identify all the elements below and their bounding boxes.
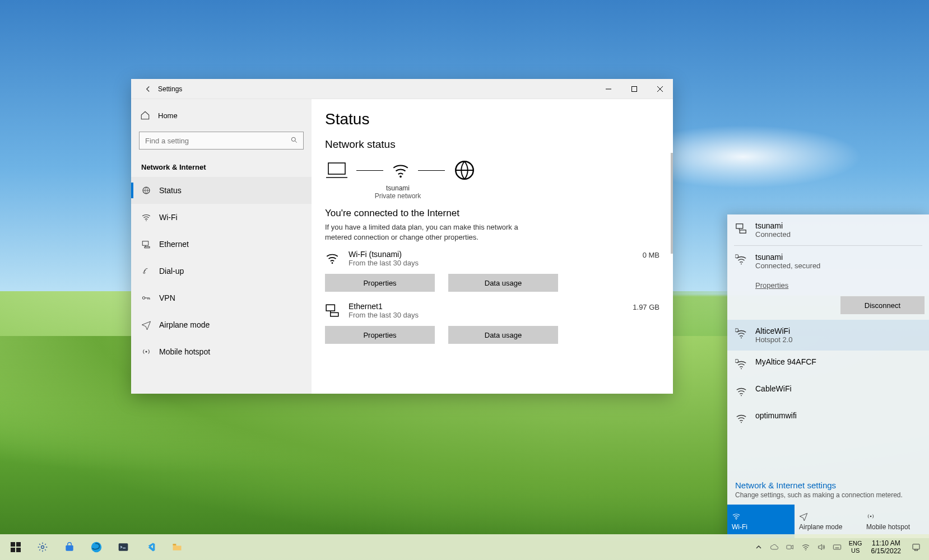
diagram-ssid: tsunami — [325, 184, 471, 192]
sidebar-item-wifi[interactable]: Wi-Fi — [131, 204, 312, 231]
notification-icon — [911, 542, 921, 552]
diagram-line — [356, 170, 383, 171]
scrollbar[interactable] — [671, 153, 673, 254]
flyout-active-wifi[interactable]: tsunami Connected, secured — [727, 246, 929, 277]
flyout-tiles: Wi-Fi Airplane mode Mobile hotspot — [727, 505, 929, 538]
connected-title: You're connected to the Internet — [325, 208, 659, 219]
tray-ime[interactable] — [830, 534, 844, 560]
page-heading: Status — [325, 110, 659, 128]
data-usage-button[interactable]: Data usage — [448, 274, 558, 292]
flyout-net-name: optimumwifi — [755, 411, 921, 420]
network-name: Ethernet1 — [349, 302, 612, 311]
properties-button[interactable]: Properties — [325, 326, 435, 344]
network-row-wifi: Wi-Fi (tsunami) From the last 30 days 0 … — [325, 250, 659, 267]
svg-rect-15 — [736, 224, 743, 228]
nav-label: Ethernet — [159, 240, 189, 249]
tray-volume[interactable] — [814, 534, 829, 560]
svg-point-23 — [741, 395, 742, 396]
taskbar: ENG US 11:10 AM 6/15/2022 — [0, 534, 929, 560]
taskbar-edge[interactable] — [83, 534, 110, 560]
taskbar-store[interactable] — [56, 534, 83, 560]
laptop-icon — [325, 161, 349, 180]
disconnect-button[interactable]: Disconnect — [840, 296, 925, 314]
tile-airplane[interactable]: Airplane mode — [795, 505, 862, 538]
nav-label: Airplane mode — [159, 320, 210, 329]
tile-label: Mobile hotspot — [866, 523, 925, 531]
svg-point-17 — [741, 263, 742, 264]
svg-rect-0 — [632, 86, 637, 91]
settings-content: Status Network status tsunami Private ne… — [312, 99, 673, 394]
diagram-labels: tsunami Private network — [325, 184, 471, 200]
tray-onedrive[interactable] — [767, 534, 782, 560]
tile-label: Airplane mode — [799, 523, 857, 531]
svg-rect-34 — [119, 543, 128, 550]
wifi-icon — [141, 212, 151, 222]
flyout-wifi-item[interactable]: AlticeWiFi Hotspot 2.0 — [727, 320, 929, 351]
properties-button[interactable]: Properties — [325, 274, 435, 292]
tray-network[interactable] — [798, 534, 813, 560]
svg-rect-29 — [11, 548, 15, 552]
wifi-icon — [391, 161, 410, 180]
airplane-icon — [799, 512, 857, 522]
sidebar-home[interactable]: Home — [131, 105, 312, 126]
network-sub: From the last 30 days — [349, 311, 612, 319]
tile-hotspot[interactable]: Mobile hotspot — [862, 505, 929, 538]
flyout-wifi-item[interactable]: CableWiFi — [727, 377, 929, 404]
svg-rect-9 — [328, 163, 345, 174]
sidebar-item-ethernet[interactable]: Ethernet — [131, 231, 312, 258]
camera-icon — [786, 543, 795, 552]
svg-rect-30 — [16, 548, 21, 552]
flyout-footer: Network & Internet settings Change setti… — [727, 475, 929, 538]
windows-icon — [11, 542, 21, 552]
minimize-button[interactable] — [596, 79, 621, 99]
maximize-button[interactable] — [621, 79, 647, 99]
nav-label: Status — [159, 186, 182, 195]
svg-rect-13 — [326, 305, 335, 311]
sidebar-item-airplane[interactable]: Airplane mode — [131, 311, 312, 338]
sidebar-nav: Status Wi-Fi Ethernet Dial-up VPN — [131, 177, 312, 365]
start-button[interactable] — [2, 534, 29, 560]
flyout-net-sub: Hotspot 2.0 — [755, 335, 921, 344]
hotspot-icon — [141, 347, 151, 357]
taskbar-settings[interactable] — [29, 534, 56, 560]
home-icon — [140, 110, 150, 120]
ethernet-icon — [325, 302, 341, 318]
svg-rect-32 — [66, 545, 73, 551]
tray-language[interactable]: ENG US — [846, 540, 866, 554]
close-button[interactable] — [647, 79, 673, 99]
sidebar-item-dialup[interactable]: Dial-up — [131, 258, 312, 284]
lang-top: ENG — [849, 540, 862, 547]
clock-time: 11:10 AM — [872, 539, 900, 547]
sidebar-item-vpn[interactable]: VPN — [131, 284, 312, 311]
taskbar-vscode[interactable] — [137, 534, 164, 560]
taskbar-explorer[interactable] — [164, 534, 191, 560]
cloud-icon — [770, 543, 779, 552]
tray-overflow[interactable] — [751, 534, 766, 560]
flyout-net-name: MyAltice 94AFCF — [755, 357, 921, 366]
flyout-wifi-item[interactable]: MyAltice 94AFCF — [727, 351, 929, 377]
flyout-net-name: CableWiFi — [755, 384, 921, 393]
wifi-secured-icon — [735, 326, 747, 340]
nav-label: Dial-up — [159, 267, 184, 276]
sidebar-item-hotspot[interactable]: Mobile hotspot — [131, 338, 312, 365]
network-row-ethernet: Ethernet1 From the last 30 days 1.97 GB — [325, 302, 659, 319]
tray-meet-now[interactable] — [783, 534, 797, 560]
tray-clock[interactable]: 11:10 AM 6/15/2022 — [867, 539, 905, 556]
sidebar-item-status[interactable]: Status — [131, 177, 312, 204]
flyout-settings-link[interactable]: Network & Internet settings — [727, 475, 929, 490]
search-input[interactable] — [139, 132, 304, 150]
tray-notifications[interactable] — [907, 534, 926, 560]
svg-rect-39 — [913, 544, 919, 549]
data-usage-button[interactable]: Data usage — [448, 326, 558, 344]
clock-date: 6/15/2022 — [871, 547, 901, 555]
network-sub: From the last 30 days — [349, 259, 612, 267]
flyout-current-network[interactable]: tsunami Connected — [727, 214, 929, 245]
tile-wifi[interactable]: Wi-Fi — [727, 505, 795, 538]
svg-rect-38 — [833, 545, 840, 549]
taskbar-terminal[interactable] — [110, 534, 137, 560]
window-title: Settings — [158, 85, 596, 93]
maximize-icon — [631, 86, 637, 92]
back-button[interactable] — [138, 84, 158, 94]
flyout-wifi-item[interactable]: optimumwifi — [727, 404, 929, 431]
flyout-properties-link[interactable]: Properties — [755, 281, 929, 290]
